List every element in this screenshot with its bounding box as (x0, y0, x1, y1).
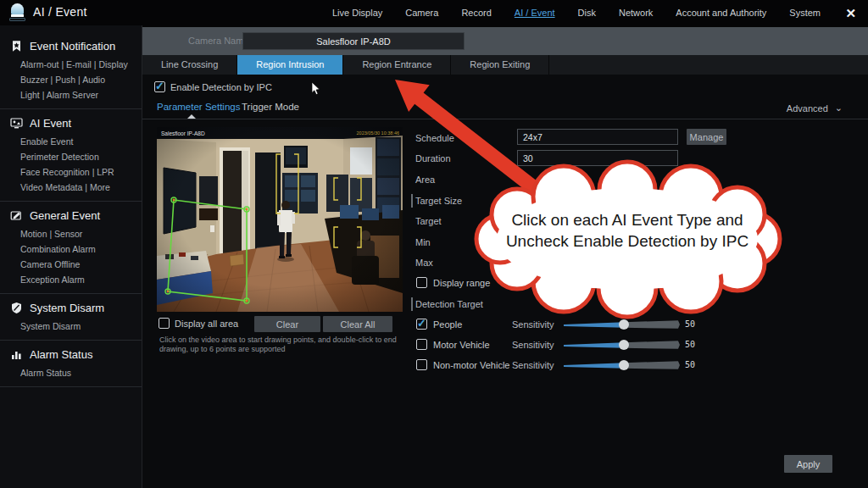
camera-osd-timestamp: 2023/05/30 10:38:46 (357, 130, 399, 136)
detection-target-label: Detection Target (415, 299, 483, 309)
enable-detection-checkbox[interactable] (154, 81, 165, 92)
apply-button[interactable]: Apply (784, 455, 832, 473)
bookmark-icon (10, 40, 23, 53)
min-label: Min (415, 237, 431, 247)
nav-system[interactable]: System (789, 8, 821, 18)
sidebar-row-perimeter-detection[interactable]: Perimeter Detection (0, 149, 142, 164)
sidebar-row-light-alarm-server[interactable]: Light | Alarm Server (0, 87, 142, 103)
target-size-label: Target Size (415, 196, 462, 206)
close-icon[interactable]: ✕ (845, 6, 856, 21)
section-title: Event Notification (30, 40, 115, 53)
section-title: Alarm Status (30, 348, 92, 361)
non-motor-vehicle-sensitivity-label: Sensitivity (512, 360, 554, 370)
people-checkbox[interactable] (416, 319, 427, 330)
general-event-icon (10, 209, 23, 222)
sidebar-row-enable-event[interactable]: Enable Event (0, 134, 142, 149)
display-range-checkbox[interactable] (416, 277, 427, 288)
section-event-notification: Event Notification (0, 32, 142, 57)
display-all-area-checkbox[interactable] (159, 318, 170, 329)
detection-tabs: Line Crossing Region Intrusion Region En… (142, 55, 868, 75)
draw-hint-line1: Click on the video area to start drawing… (159, 336, 397, 345)
section-general-event: General Event (0, 202, 142, 226)
tab-region-intrusion[interactable]: Region Intrusion (237, 55, 343, 75)
people-sensitivity-value: 50 (685, 319, 695, 329)
shield-disarm-icon (10, 302, 23, 314)
bar-chart-icon (10, 348, 23, 361)
camera-select-bar: Camera Name Salesfloor IP-A8D (142, 27, 868, 55)
people-label: People (433, 319, 462, 330)
ai-event-icon (10, 117, 23, 130)
clear-all-button[interactable]: Clear All (323, 316, 392, 332)
sidebar-row-motion-sensor[interactable]: Motion | Sensor (0, 226, 142, 241)
motor-vehicle-sensitivity-value: 50 (685, 340, 695, 349)
sidebar-row-combination-alarm[interactable]: Combination Alarm (0, 241, 142, 257)
detection-target-accent-bar (411, 297, 413, 311)
schedule-input[interactable]: 24x7 (517, 129, 678, 145)
nav-camera[interactable]: Camera (405, 8, 438, 18)
tab-trigger-mode[interactable]: Trigger Mode (242, 102, 299, 112)
target-label: Target (415, 216, 442, 226)
nav-account-authority[interactable]: Account and Authority (676, 8, 766, 18)
non-motor-vehicle-sensitivity-slider[interactable] (564, 359, 680, 371)
sidebar-row-exception-alarm[interactable]: Exception Alarm (0, 272, 142, 287)
display-all-area-label: Display all area (175, 319, 238, 329)
section-title: AI Event (30, 117, 71, 130)
nav-network[interactable]: Network (619, 8, 653, 18)
sidebar-row-alarm-out-email-display[interactable]: Alarm-out | E-mail | Display (0, 57, 142, 72)
non-motor-vehicle-label: Non-motor Vehicle (433, 360, 510, 370)
page-title: AI / Event (33, 5, 87, 19)
motor-vehicle-sensitivity-slider[interactable] (564, 339, 680, 351)
tab-line-crossing[interactable]: Line Crossing (142, 55, 237, 75)
title-bar: AI / Event Live Display Camera Record AI… (0, 0, 868, 25)
advanced-toggle[interactable]: Advanced ⌄ (787, 103, 843, 114)
camera-name-label: Camera Name (188, 36, 249, 46)
sidebar-row-camera-offline[interactable]: Camera Offline (0, 257, 142, 272)
schedule-label: Schedule (415, 133, 454, 143)
tab-region-exiting[interactable]: Region Exiting (451, 55, 549, 75)
target-size-accent-bar (411, 194, 413, 208)
slider-thumb[interactable] (619, 340, 629, 350)
max-label: Max (415, 258, 433, 268)
sidebar: Event Notification Alarm-out | E-mail | … (0, 25, 142, 488)
main-content: Enable Detection by IPC Parameter Settin… (142, 75, 868, 488)
duration-input[interactable]: 30 (517, 150, 678, 166)
sidebar-row-video-metadata-more[interactable]: Video Metadata | More (0, 180, 142, 195)
non-motor-vehicle-checkbox[interactable] (416, 359, 427, 370)
people-sensitivity-label: Sensitivity (512, 319, 554, 330)
nav-live-display[interactable]: Live Display (332, 8, 382, 18)
motor-vehicle-checkbox[interactable] (416, 339, 427, 350)
video-draw-canvas[interactable]: Salesfloor IP-A8D 2023/05/30 10:38:46 (157, 127, 403, 312)
sidebar-row-face-recognition-lpr[interactable]: Face Recognition | LPR (0, 164, 142, 180)
sidebar-row-buzzer-push-audio[interactable]: Buzzer | Push | Audio (0, 72, 142, 87)
camera-name-dropdown[interactable]: Salesfloor IP-A8D (242, 32, 465, 50)
nav-ai-event[interactable]: AI / Event (515, 8, 555, 18)
section-ai-event: AI Event (0, 109, 142, 134)
sidebar-divider (0, 386, 142, 387)
nav-record[interactable]: Record (461, 8, 491, 18)
section-alarm-status: Alarm Status (0, 341, 142, 365)
sidebar-row-alarm-status[interactable]: Alarm Status (0, 365, 142, 380)
non-motor-vehicle-sensitivity-value: 50 (685, 360, 695, 369)
camera-preview-image: Salesfloor IP-A8D 2023/05/30 10:38:46 (157, 127, 403, 312)
section-title: General Event (30, 209, 100, 222)
nvr-ai-event-window: AI / Event Live Display Camera Record AI… (0, 0, 868, 488)
display-range-label: Display range (433, 278, 490, 288)
nav-disk[interactable]: Disk (578, 8, 596, 18)
sidebar-row-system-disarm[interactable]: System Disarm (0, 319, 142, 334)
enable-detection-label: Enable Detection by IPC (170, 82, 272, 92)
section-title: System Disarm (30, 302, 104, 314)
advanced-label: Advanced (787, 103, 828, 114)
slider-thumb[interactable] (619, 319, 629, 330)
manage-button[interactable]: Manage (687, 129, 726, 145)
tab-region-entrance[interactable]: Region Entrance (343, 55, 451, 75)
tab-parameter-settings[interactable]: Parameter Settings (157, 102, 240, 112)
area-label: Area (415, 175, 435, 185)
divider (142, 119, 868, 119)
clear-button[interactable]: Clear (254, 316, 320, 332)
draw-hint-line2: drawing, up to 6 points are supported (159, 345, 286, 354)
duration-label: Duration (415, 153, 451, 164)
people-sensitivity-slider[interactable] (564, 319, 680, 330)
app-identity: AI / Event (8, 3, 87, 21)
motor-vehicle-sensitivity-label: Sensitivity (512, 340, 554, 350)
slider-thumb[interactable] (619, 360, 629, 370)
